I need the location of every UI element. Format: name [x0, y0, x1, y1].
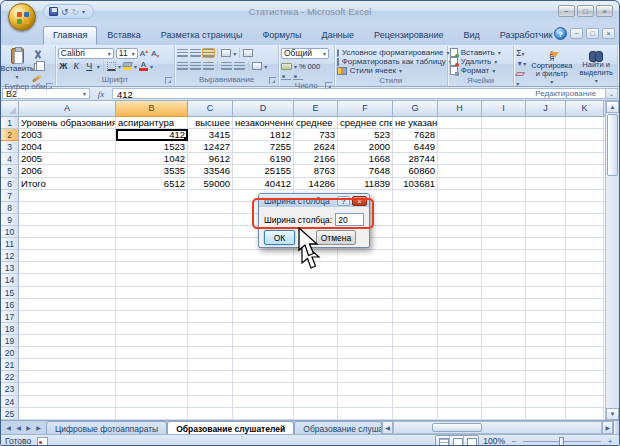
cell-E2[interactable]: 733 [294, 129, 338, 141]
cell-J24[interactable] [526, 396, 566, 408]
cell-K25[interactable] [566, 408, 604, 420]
sheet-tab-education-2[interactable]: Образование слушателей [294, 421, 382, 434]
cell-K8[interactable] [566, 202, 604, 214]
cell-A9[interactable] [19, 214, 116, 226]
cell-B18[interactable] [116, 323, 188, 335]
cell-K3[interactable] [566, 141, 604, 153]
number-dialog-launcher-icon[interactable] [325, 82, 332, 89]
row-header-2[interactable]: 2 [1, 129, 19, 141]
cell-H12[interactable] [438, 250, 482, 262]
row-header-7[interactable]: 7 [1, 190, 19, 202]
cell-A12[interactable] [19, 250, 116, 262]
cell-I15[interactable] [482, 287, 526, 299]
cell-E15[interactable] [294, 287, 338, 299]
cell-B5[interactable]: 3535 [116, 165, 188, 177]
cell-D20[interactable] [233, 347, 294, 359]
cell-D19[interactable] [233, 335, 294, 347]
borders-icon[interactable] [107, 62, 116, 71]
cell-D17[interactable] [233, 311, 294, 323]
cell-G4[interactable]: 28744 [393, 153, 438, 165]
cell-I8[interactable] [482, 202, 526, 214]
cell-C2[interactable]: 3415 [188, 129, 233, 141]
cell-J13[interactable] [526, 262, 566, 274]
cell-B15[interactable] [116, 287, 188, 299]
cell-D24[interactable] [233, 396, 294, 408]
select-all-corner[interactable] [1, 101, 19, 117]
cell-D12[interactable] [233, 250, 294, 262]
cell-G1[interactable]: не указано [393, 117, 438, 129]
cell-D4[interactable]: 6190 [233, 153, 294, 165]
tab-dannye[interactable]: Данные [312, 26, 365, 45]
cell-I13[interactable] [482, 262, 526, 274]
workbook-minimize-button[interactable]: − [570, 28, 583, 39]
cell-J9[interactable] [526, 214, 566, 226]
horizontal-scrollbar[interactable] [393, 421, 602, 434]
cell-J20[interactable] [526, 347, 566, 359]
row-header-25[interactable]: 25 [1, 408, 19, 420]
cell-G23[interactable] [393, 383, 438, 395]
macro-record-icon[interactable] [37, 437, 48, 446]
cell-A24[interactable] [19, 396, 116, 408]
cell-I5[interactable] [482, 165, 526, 177]
cell-D15[interactable] [233, 287, 294, 299]
cell-I16[interactable] [482, 299, 526, 311]
cell-K13[interactable] [566, 262, 604, 274]
cell-G6[interactable]: 103681 [393, 178, 438, 190]
cell-K10[interactable] [566, 226, 604, 238]
cell-H11[interactable] [438, 238, 482, 250]
row-header-4[interactable]: 4 [1, 153, 19, 165]
cell-E1[interactable]: среднее [294, 117, 338, 129]
col-header-E[interactable]: E [294, 101, 338, 117]
cell-J19[interactable] [526, 335, 566, 347]
cell-A11[interactable] [19, 238, 116, 250]
cell-H23[interactable] [438, 383, 482, 395]
cell-J22[interactable] [526, 371, 566, 383]
page-layout-view-icon[interactable] [450, 436, 464, 446]
cell-I2[interactable] [482, 129, 526, 141]
row-header-8[interactable]: 8 [1, 202, 19, 214]
row-header-19[interactable]: 19 [1, 335, 19, 347]
cell-H14[interactable] [438, 274, 482, 286]
font-dialog-launcher-icon[interactable] [165, 77, 172, 84]
row-header-24[interactable]: 24 [1, 396, 19, 408]
col-header-I[interactable]: I [482, 101, 526, 117]
cell-A5[interactable]: 2006 [19, 165, 116, 177]
close-button[interactable]: × [596, 5, 613, 17]
tab-glavnaya[interactable]: Главная [43, 26, 97, 45]
cell-A25[interactable] [19, 408, 116, 420]
cell-H25[interactable] [438, 408, 482, 420]
cell-C3[interactable]: 12427 [188, 141, 233, 153]
cell-B24[interactable] [116, 396, 188, 408]
cell-I18[interactable] [482, 323, 526, 335]
cell-I6[interactable] [482, 178, 526, 190]
cell-B20[interactable] [116, 347, 188, 359]
cell-J25[interactable] [526, 408, 566, 420]
alignment-group-label[interactable]: Выравнивание [177, 75, 276, 86]
cell-I10[interactable] [482, 226, 526, 238]
format-as-table-button[interactable]: Форматировать как таблицу ▾ [337, 57, 445, 66]
cell-G24[interactable] [393, 396, 438, 408]
cell-H9[interactable] [438, 214, 482, 226]
cell-D6[interactable]: 40412 [233, 178, 294, 190]
cell-A17[interactable] [19, 311, 116, 323]
cell-G8[interactable] [393, 202, 438, 214]
cell-K18[interactable] [566, 323, 604, 335]
cell-B8[interactable] [116, 202, 188, 214]
cell-B10[interactable] [116, 226, 188, 238]
cell-B12[interactable] [116, 250, 188, 262]
cell-C5[interactable]: 33546 [188, 165, 233, 177]
cell-J4[interactable] [526, 153, 566, 165]
increase-decimal-icon[interactable] [281, 74, 291, 80]
cell-H20[interactable] [438, 347, 482, 359]
cell-F24[interactable] [338, 396, 393, 408]
redo-button[interactable]: ↻ [72, 7, 80, 17]
vertical-scrollbar-thumb[interactable] [607, 114, 618, 176]
horizontal-scrollbar-thumb[interactable] [432, 423, 482, 432]
cell-C21[interactable] [188, 359, 233, 371]
first-sheet-icon[interactable]: ◀ [4, 424, 13, 431]
cell-K21[interactable] [566, 359, 604, 371]
cell-C20[interactable] [188, 347, 233, 359]
workbook-close-button[interactable]: × [602, 28, 615, 39]
cell-G25[interactable] [393, 408, 438, 420]
cell-A8[interactable] [19, 202, 116, 214]
